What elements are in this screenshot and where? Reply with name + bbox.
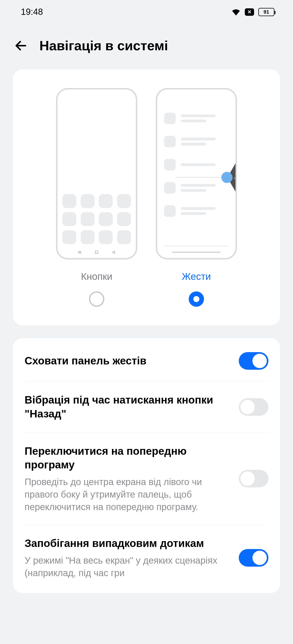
setting-switch-previous-app: Переключитися на попередню програму Пров… [25,433,268,525]
toggle-back-vibration[interactable] [239,398,268,416]
buttons-preview [56,88,137,260]
setting-description: Проведіть до центра екрана від лівого чи… [25,476,229,513]
dnd-icon: ✕ [245,8,254,16]
page-title: Навігація в системі [39,38,168,53]
setting-title: Переключитися на попередню програму [25,444,229,472]
toggle-switch-previous-app[interactable] [239,470,268,488]
mode-label-gestures: Жести [182,271,211,282]
toggle-prevent-accidental-touch[interactable] [239,549,268,567]
setting-prevent-accidental-touch: Запобігання випадковим дотикам У режимі … [25,525,268,591]
wifi-icon [231,8,241,16]
setting-title: Вібрація під час натискання кнопки "Наза… [25,393,229,421]
page-header: Навігація в системі [0,24,293,70]
setting-description: У режимі "На весь екран" у деяких сценар… [25,554,229,579]
setting-hide-gesture-bar: Сховати панель жестів [25,340,268,382]
radio-buttons[interactable] [89,292,104,307]
setting-back-vibration: Вібрація під час натискання кнопки "Наза… [25,382,268,433]
mode-option-buttons[interactable]: Кнопки [56,88,137,307]
back-arrow-icon[interactable] [14,39,28,52]
status-icons: ✕ 91 [231,8,274,16]
mode-label-buttons: Кнопки [81,271,112,282]
svg-rect-0 [95,251,98,254]
setting-title: Сховати панель жестів [25,354,229,368]
gestures-preview: › [156,88,237,260]
settings-card: Сховати панель жестів Вібрація під час н… [13,338,280,593]
toggle-hide-gesture-bar[interactable] [239,352,268,370]
radio-gestures[interactable] [189,292,204,307]
battery-icon: 91 [258,8,274,16]
nav-mode-card: Кнопки › Жес [13,70,280,325]
setting-title: Запобігання випадковим дотикам [25,536,229,550]
status-bar: 19:48 ✕ 91 [0,0,293,24]
mode-option-gestures[interactable]: › Жести [156,88,237,307]
status-time: 19:48 [21,7,43,17]
